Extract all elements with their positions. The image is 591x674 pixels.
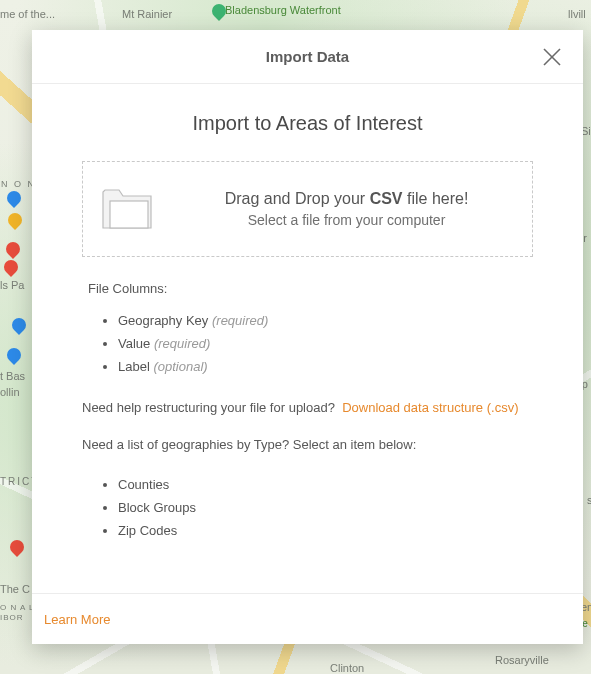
col-note: (optional) [153, 359, 207, 374]
help-text: Need help restructuring your file for up… [82, 400, 335, 415]
col-name: Geography Key [118, 313, 208, 328]
map-label: me of the... [0, 8, 55, 20]
geography-item-zipcodes[interactable]: Zip Codes [118, 520, 533, 543]
modal-title: Import Data [32, 48, 583, 65]
map-label: s [587, 494, 591, 506]
col-note: (required) [154, 336, 210, 351]
dropzone-csv-bold: CSV [370, 190, 403, 207]
file-columns-list: Geography Key (required) Value (required… [82, 310, 533, 378]
map-label: N O N [1, 179, 36, 189]
geography-intro: Need a list of geographies by Type? Sele… [82, 437, 533, 452]
map-label: ls Pa [0, 279, 24, 291]
folder-icon [101, 184, 155, 234]
map-pin-icon [3, 239, 23, 259]
import-data-modal: Import Data Import to Areas of Interest … [32, 30, 583, 644]
modal-header: Import Data [32, 30, 583, 84]
dropzone-line1-post: file here! [403, 190, 469, 207]
col-name: Value [118, 336, 150, 351]
map-pin-icon [9, 315, 29, 335]
map-pin-icon [1, 257, 21, 277]
geography-item-blockgroups[interactable]: Block Groups [118, 497, 533, 520]
close-button[interactable] [541, 46, 563, 68]
file-column-item: Value (required) [118, 333, 533, 356]
file-columns-label: File Columns: [88, 281, 533, 296]
map-label: t Bas [0, 370, 25, 382]
map-pin-icon [7, 537, 27, 557]
file-dropzone[interactable]: Drag and Drop your CSV file here! Select… [82, 161, 533, 257]
modal-body: Import to Areas of Interest Drag and Dro… [32, 84, 583, 593]
map-pin-icon [4, 345, 24, 365]
download-structure-link[interactable]: Download data structure (.csv) [342, 400, 518, 415]
modal-subtitle: Import to Areas of Interest [82, 112, 533, 135]
col-note: (required) [212, 313, 268, 328]
map-label: Clinton [330, 662, 364, 674]
geography-list: Counties Block Groups Zip Codes [82, 474, 533, 542]
map-pin-icon [5, 210, 25, 230]
map-label: The C [0, 583, 30, 595]
map-pin-icon [4, 188, 24, 208]
map-label: Bladensburg Waterfront [225, 4, 341, 16]
map-label: ollin [0, 386, 20, 398]
dropzone-line2: Select a file from your computer [179, 212, 514, 228]
learn-more-link[interactable]: Learn More [44, 612, 110, 627]
help-line: Need help restructuring your file for up… [82, 400, 533, 415]
map-label: Rosaryville [495, 654, 549, 666]
map-label: Mt Rainier [122, 8, 172, 20]
dropzone-text: Drag and Drop your CSV file here! Select… [179, 190, 514, 228]
close-icon [541, 46, 563, 68]
file-column-item: Geography Key (required) [118, 310, 533, 333]
dropzone-line1-pre: Drag and Drop your [225, 190, 370, 207]
svg-rect-2 [110, 201, 148, 228]
geography-item-counties[interactable]: Counties [118, 474, 533, 497]
map-label: llvill [568, 8, 586, 20]
file-column-item: Label (optional) [118, 356, 533, 379]
modal-footer: Learn More [32, 593, 583, 644]
col-name: Label [118, 359, 150, 374]
